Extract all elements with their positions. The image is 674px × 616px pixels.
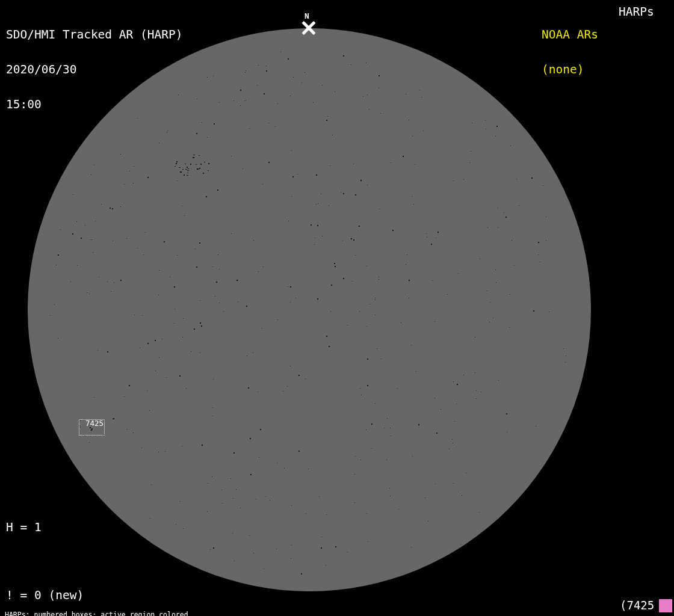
footer-notes: HARPs: numbered boxes; active region col…	[5, 596, 247, 616]
legend-harp-count: H = 1	[6, 522, 140, 533]
harp-box-number: 7425	[85, 419, 104, 428]
harp-box-7425: 7425	[79, 419, 105, 436]
noaa-ars-block: NOAA ARs (none)	[542, 6, 598, 99]
observation-date: 2020/06/30	[6, 64, 183, 75]
title-block: SDO/HMI Tracked AR (HARP) 2020/06/30 15:…	[6, 6, 183, 133]
page-title: SDO/HMI Tracked AR (HARP)	[6, 29, 183, 40]
noaa-ars-value: (none)	[542, 64, 598, 75]
observation-time: 15:00	[6, 99, 183, 110]
north-pole-label: N	[305, 12, 309, 20]
harp-list-entry: (7425	[620, 599, 654, 612]
harp-tracking-view: N 7425 SDO/HMI Tracked AR (HARP) 2020/06…	[0, 0, 674, 616]
footer-note-harps: HARPs: numbered boxes; active region col…	[5, 611, 247, 616]
noaa-ars-header: NOAA ARs	[542, 29, 598, 40]
harp-color-swatch	[659, 599, 672, 612]
harps-header: HARPs	[619, 6, 654, 17]
